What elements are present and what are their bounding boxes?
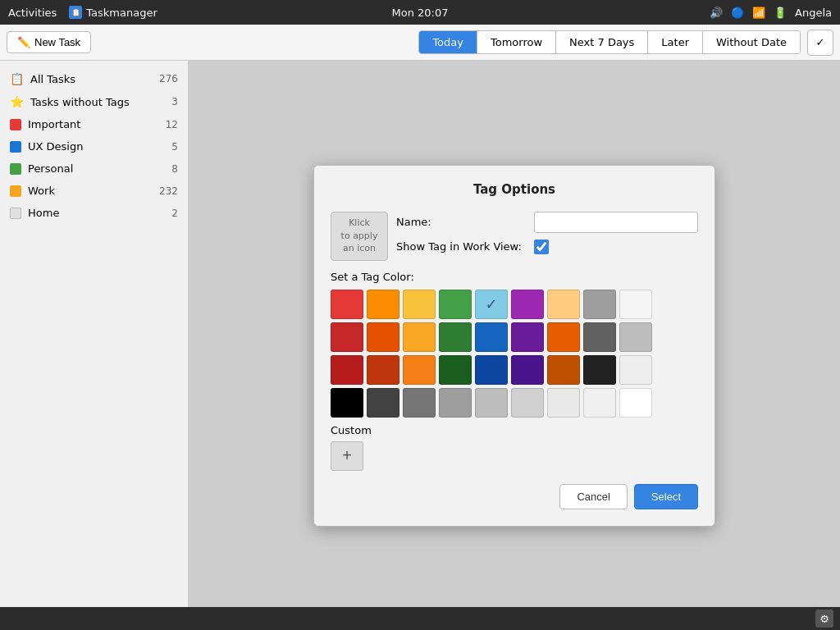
palette-section: Set a Tag Color: (331, 271, 698, 471)
tab-today[interactable]: Today (419, 31, 477, 53)
color-swatch-peach-light[interactable] (547, 290, 580, 319)
sidebar-item-personal[interactable]: Personal 8 (0, 158, 188, 180)
color-swatch-lightgray-dark[interactable] (619, 355, 652, 385)
add-custom-color-button[interactable]: + (331, 441, 363, 471)
color-swatch-darkgray-dark[interactable] (583, 355, 616, 385)
color-swatch-gray2[interactable] (439, 388, 472, 418)
settings-icon-button[interactable]: ⚙ (815, 609, 833, 628)
important-color-dot (10, 119, 21, 130)
home-count: 2 (171, 208, 178, 219)
work-label: Work (28, 185, 153, 197)
home-color-dot (10, 208, 21, 219)
color-swatch-nearlightwhite[interactable] (583, 388, 616, 418)
color-swatch-blue-mid[interactable] (475, 322, 508, 352)
color-swatch-verylightgray2[interactable] (547, 388, 580, 418)
tab-group: Today Tomorrow Next 7 Days Later Without… (418, 30, 801, 54)
color-swatch-red-light[interactable] (331, 290, 363, 319)
show-tag-row: Show Tag in Work View: (396, 240, 698, 254)
color-swatch-orange-mid[interactable] (367, 322, 399, 352)
sidebar-item-all-tasks[interactable]: 📋 All Tasks 276 (0, 67, 188, 90)
show-tag-label: Show Tag in Work View: (396, 240, 527, 253)
toolbar: ✏️ New Task Today Tomorrow Next 7 Days L… (0, 25, 840, 61)
tab-next7days[interactable]: Next 7 Days (556, 31, 648, 53)
sidebar-item-work[interactable]: Work 232 (0, 180, 188, 202)
color-swatch-verydarkgray[interactable] (367, 388, 399, 418)
color-swatch-orange-dark[interactable] (367, 355, 399, 385)
personal-color-dot (10, 163, 21, 175)
all-tasks-label: All Tasks (30, 73, 153, 85)
color-swatch-lightgray2[interactable] (511, 388, 544, 418)
color-grid-row1 (331, 290, 698, 319)
tab-without-date[interactable]: Without Date (703, 31, 800, 53)
modal-overlay: Tag Options Klickto applyan icon Name: S… (189, 61, 840, 630)
modal-actions: Cancel Select (331, 484, 698, 509)
home-label: Home (28, 207, 165, 219)
important-label: Important (28, 118, 159, 130)
cancel-button[interactable]: Cancel (559, 484, 627, 509)
main-layout: 📋 All Tasks 276 ⭐ Tasks without Tags 3 I… (0, 61, 840, 630)
color-swatch-gray-light[interactable] (583, 290, 616, 319)
content-area: Tag Options Klickto applyan icon Name: S… (189, 61, 840, 630)
icon-apply-button[interactable]: Klickto applyan icon (331, 212, 388, 261)
color-swatch-yellow-light[interactable] (403, 290, 436, 319)
new-task-button[interactable]: ✏️ New Task (7, 31, 91, 53)
name-field-row: Name: (396, 212, 698, 233)
color-swatch-green-mid[interactable] (439, 322, 472, 352)
sidebar-item-tasks-without-tags[interactable]: ⭐ Tasks without Tags 3 (0, 90, 188, 113)
color-swatch-black[interactable] (331, 388, 363, 418)
color-grid-row3 (331, 355, 698, 385)
name-input[interactable] (534, 212, 698, 233)
new-task-icon: ✏️ (17, 36, 30, 48)
show-tag-checkbox[interactable] (534, 240, 549, 254)
color-swatch-purple-light[interactable] (511, 290, 544, 319)
color-swatch-brown-dark[interactable] (547, 355, 580, 385)
bottombar: ⚙ (0, 607, 840, 630)
check-button[interactable]: ✓ (807, 30, 833, 56)
palette-label: Set a Tag Color: (331, 271, 698, 283)
name-label: Name: (396, 216, 527, 228)
tasks-without-tags-label: Tasks without Tags (30, 96, 165, 108)
tab-later[interactable]: Later (648, 31, 703, 53)
color-swatch-purple-mid[interactable] (511, 322, 544, 352)
color-swatch-yellow-mid[interactable] (403, 322, 436, 352)
tasks-without-tags-count: 3 (171, 96, 178, 107)
work-color-dot (10, 185, 21, 197)
activities-label[interactable]: Activities (8, 7, 57, 19)
sidebar-item-home[interactable]: Home 2 (0, 202, 188, 224)
ux-design-count: 5 (171, 141, 178, 153)
new-task-label: New Task (34, 36, 80, 48)
color-swatch-darkgray2[interactable] (403, 388, 436, 418)
color-swatch-green-light[interactable] (439, 290, 472, 319)
personal-label: Personal (28, 162, 165, 175)
color-swatch-purple-dark[interactable] (511, 355, 544, 385)
ux-design-label: UX Design (28, 140, 165, 153)
color-swatch-darkgray-mid[interactable] (583, 322, 616, 352)
color-swatch-lightblue-selected[interactable] (475, 290, 508, 319)
color-swatch-red-dark[interactable] (331, 355, 363, 385)
battery-icon: 🔋 (774, 7, 787, 19)
color-swatch-white2[interactable] (619, 388, 652, 418)
personal-count: 8 (171, 163, 178, 175)
work-count: 232 (159, 185, 178, 197)
tasks-without-tags-icon: ⭐ (10, 95, 24, 108)
sidebar: 📋 All Tasks 276 ⭐ Tasks without Tags 3 I… (0, 61, 189, 630)
sidebar-item-important[interactable]: Important 12 (0, 113, 188, 135)
tab-tomorrow[interactable]: Tomorrow (477, 31, 556, 53)
color-swatch-green-dark[interactable] (439, 355, 472, 385)
color-swatch-orange-light[interactable] (367, 290, 399, 319)
color-swatch-blue-dark[interactable] (475, 355, 508, 385)
user-label[interactable]: Angela (795, 7, 832, 19)
app-name: Taskmanager (86, 7, 158, 19)
custom-section: Custom + (331, 424, 698, 471)
color-swatch-lightgray-mid[interactable] (619, 322, 652, 352)
ux-design-color-dot (10, 141, 21, 153)
color-swatch-brown-mid[interactable] (547, 322, 580, 352)
color-swatch-midgray2[interactable] (475, 388, 508, 418)
color-swatch-white-light[interactable] (619, 290, 652, 319)
important-count: 12 (166, 119, 178, 130)
select-button[interactable]: Select (634, 484, 698, 509)
modal-body: Klickto applyan icon Name: Show Tag in W… (331, 212, 698, 471)
color-swatch-yellow-dark[interactable] (403, 355, 436, 385)
color-swatch-red-mid[interactable] (331, 322, 363, 352)
sidebar-item-ux-design[interactable]: UX Design 5 (0, 135, 188, 158)
